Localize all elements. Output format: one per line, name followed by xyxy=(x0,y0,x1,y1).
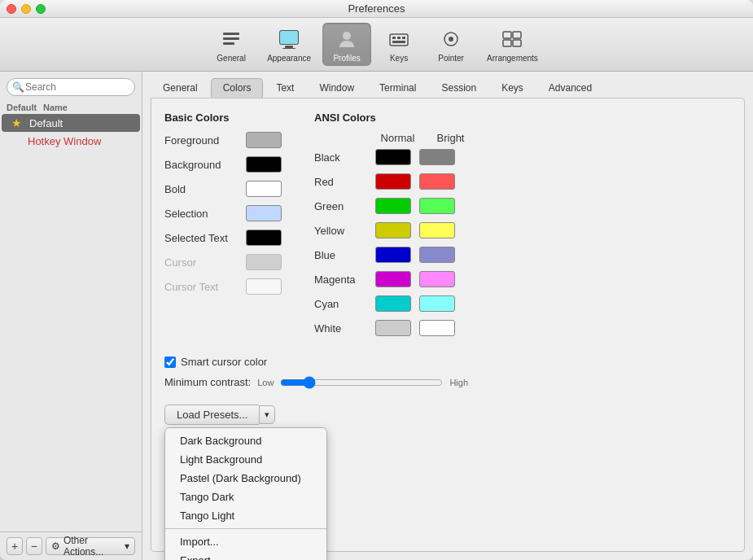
tab-window[interactable]: Window xyxy=(307,78,366,98)
ansi-row-green: Green xyxy=(314,198,473,214)
profile-item-hotkey[interactable]: ★ Hotkey Window xyxy=(0,132,142,150)
dropdown-pastel-dark[interactable]: Pastel (Dark Background) xyxy=(165,469,326,488)
ansi-black-normal[interactable] xyxy=(375,149,411,165)
ansi-white-label: White xyxy=(314,322,367,335)
ansi-row-red: Red xyxy=(314,173,473,190)
ansi-blue-bright[interactable] xyxy=(419,247,455,263)
background-label: Background xyxy=(164,159,238,171)
minimize-button[interactable] xyxy=(21,4,31,14)
titlebar: Preferences xyxy=(0,0,753,18)
ansi-green-bright[interactable] xyxy=(419,198,455,214)
load-presets-button[interactable]: Load Presets... xyxy=(164,405,259,425)
ansi-magenta-bright[interactable] xyxy=(419,271,455,287)
basic-colors-section: Basic Colors Foreground Background xyxy=(164,112,282,344)
search-input[interactable] xyxy=(7,78,135,96)
toolbar-appearance[interactable]: Appearance xyxy=(259,23,319,66)
load-presets-arrow-button[interactable]: ▾ xyxy=(259,405,275,424)
ansi-magenta-normal[interactable] xyxy=(375,271,411,287)
ansi-row-black: Black xyxy=(314,149,473,165)
tab-session[interactable]: Session xyxy=(429,78,488,98)
ansi-cyan-bright[interactable] xyxy=(419,295,455,312)
contrast-slider[interactable] xyxy=(280,377,443,388)
header-name: Name xyxy=(43,103,135,112)
ansi-row-magenta: Magenta xyxy=(314,271,473,287)
ansi-red-label: Red xyxy=(314,176,367,188)
tab-keys[interactable]: Keys xyxy=(489,78,536,98)
color-row-selected-text: Selected Text xyxy=(164,230,282,246)
svg-rect-11 xyxy=(402,37,405,39)
foreground-label: Foreground xyxy=(164,134,238,147)
maximize-button[interactable] xyxy=(36,4,46,14)
toolbar-profiles[interactable]: Profiles xyxy=(322,23,371,66)
svg-rect-0 xyxy=(223,33,239,35)
toolbar-appearance-label: Appearance xyxy=(267,54,311,63)
dropdown-tango-light[interactable]: Tango Light xyxy=(165,506,326,525)
ansi-colors-section: ANSI Colors Normal Bright Black xyxy=(314,112,473,344)
colors-layout: Basic Colors Foreground Background xyxy=(164,112,731,344)
foreground-swatch[interactable] xyxy=(246,132,282,148)
other-actions-button[interactable]: ⚙ Other Actions... ▾ xyxy=(46,537,135,555)
tab-colors[interactable]: Colors xyxy=(211,78,264,98)
ansi-green-label: Green xyxy=(314,200,367,212)
profile-item-default[interactable]: ★ Default xyxy=(2,114,140,132)
ansi-black-bright[interactable] xyxy=(419,149,455,165)
selected-text-label: Selected Text xyxy=(164,232,238,244)
toolbar-general-label: General xyxy=(217,54,246,63)
ansi-red-normal[interactable] xyxy=(375,173,411,190)
close-button[interactable] xyxy=(7,4,16,14)
tab-terminal[interactable]: Terminal xyxy=(367,78,428,98)
profile-name-default: Default xyxy=(29,117,63,129)
background-swatch[interactable] xyxy=(246,156,282,173)
toolbar-pointer[interactable]: Pointer xyxy=(427,23,475,66)
basic-colors-title: Basic Colors xyxy=(164,112,282,124)
toolbar-general[interactable]: General xyxy=(207,23,256,66)
toolbar-arrangements[interactable]: Arrangements xyxy=(479,23,546,66)
toolbar: General Appearance Profiles Keys Pointer xyxy=(0,18,753,72)
tab-bar: General Colors Text Window Terminal Sess… xyxy=(142,72,753,98)
ansi-colors-title: ANSI Colors xyxy=(314,112,473,124)
tab-advanced[interactable]: Advanced xyxy=(536,78,604,98)
smart-cursor-checkbox[interactable] xyxy=(164,357,176,368)
ansi-green-normal[interactable] xyxy=(375,198,411,214)
dropdown-tango-dark[interactable]: Tango Dark xyxy=(165,488,326,506)
bold-swatch[interactable] xyxy=(246,181,282,197)
ansi-black-label: Black xyxy=(314,151,367,164)
svg-rect-6 xyxy=(282,48,296,49)
window-title: Preferences xyxy=(348,2,405,15)
ansi-white-bright[interactable] xyxy=(419,320,455,336)
dropdown-light-background[interactable]: Light Background xyxy=(165,450,326,469)
svg-rect-15 xyxy=(503,32,511,38)
remove-profile-button[interactable]: − xyxy=(26,537,42,555)
ansi-blue-label: Blue xyxy=(314,249,367,261)
profiles-icon xyxy=(334,26,360,52)
ansi-white-normal[interactable] xyxy=(375,320,411,336)
ansi-red-bright[interactable] xyxy=(419,173,455,190)
ansi-cyan-label: Cyan xyxy=(314,298,367,310)
ansi-yellow-normal[interactable] xyxy=(375,222,411,238)
ansi-magenta-label: Magenta xyxy=(314,273,367,286)
header-default: Default xyxy=(7,103,43,112)
selection-label: Selection xyxy=(164,208,238,220)
contrast-low-label: Low xyxy=(257,378,274,387)
ansi-cyan-normal[interactable] xyxy=(375,295,411,312)
dropdown-dark-background[interactable]: Dark Background xyxy=(165,431,326,450)
selected-text-swatch[interactable] xyxy=(246,230,282,246)
load-presets-dropdown: Dark Background Light Background Pastel … xyxy=(164,427,327,560)
smart-cursor-row: Smart cursor color xyxy=(164,356,731,368)
color-row-bold: Bold xyxy=(164,181,282,197)
tab-text[interactable]: Text xyxy=(264,78,306,98)
ansi-yellow-bright[interactable] xyxy=(419,222,455,238)
dropdown-export[interactable]: Export... xyxy=(165,551,326,560)
other-actions-label: Other Actions... xyxy=(63,535,121,558)
dropdown-import[interactable]: Import... xyxy=(165,532,326,551)
cursor-text-swatch xyxy=(246,278,282,295)
add-profile-button[interactable]: + xyxy=(7,537,23,555)
general-icon xyxy=(218,26,244,52)
ansi-blue-normal[interactable] xyxy=(375,247,411,263)
tab-general[interactable]: General xyxy=(151,78,210,98)
selection-swatch[interactable] xyxy=(246,205,282,221)
ansi-yellow-label: Yellow xyxy=(314,225,367,237)
toolbar-keys[interactable]: Keys xyxy=(374,23,423,66)
svg-rect-10 xyxy=(397,37,401,39)
profiles-header: Default Name xyxy=(0,103,142,112)
